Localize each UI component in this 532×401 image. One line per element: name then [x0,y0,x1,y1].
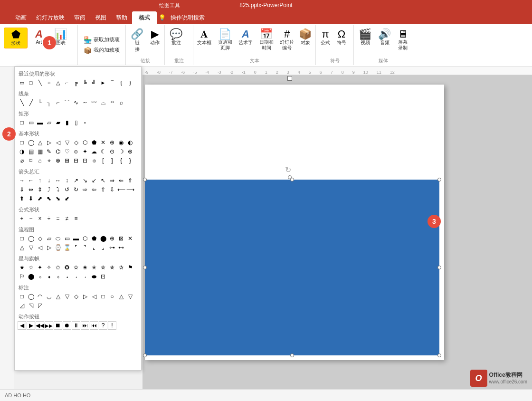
shape-item[interactable]: ☺ [72,147,80,156]
shape-item[interactable]: ≠ [63,214,71,223]
shape-item[interactable]: ▭ [27,118,35,127]
shape-item[interactable]: ◯ [27,234,35,243]
shape-item[interactable]: ↔ [54,176,62,185]
shape-item[interactable]: ⌞ [90,243,98,252]
shape-item[interactable]: ⌕ [117,98,125,107]
shape-item[interactable]: ⏭ [81,321,89,330]
shape-item[interactable]: 〰 [90,98,98,107]
btn-get-addin[interactable]: 🏪 获取加载项 [82,35,122,45]
shape-item[interactable]: ↘ [81,176,89,185]
btn-formula[interactable]: π 公式 [318,28,333,48]
shape-item[interactable]: ↗ [72,176,80,185]
shape-item[interactable]: − [27,214,35,223]
shape-item[interactable]: = [54,214,62,223]
shape-item[interactable]: ▬ [36,118,44,127]
blue-rectangle-shape[interactable] [145,180,439,355]
shape-item[interactable]: ◁ [54,138,62,147]
shape-item[interactable]: ✰ [117,263,125,272]
shape-item[interactable]: { [117,78,125,87]
shape-item[interactable]: ✕ [126,234,134,243]
shape-item[interactable]: ⬬ [90,272,98,281]
shape-item[interactable]: ⬊ [54,194,62,203]
shape-item[interactable]: ◉ [117,138,125,147]
shape-item[interactable]: □ [99,292,107,301]
shape-item[interactable]: ▤ [27,147,35,156]
shape-item[interactable]: ┐ [45,98,53,107]
shape-item[interactable]: ⌔ [108,98,116,107]
shape-item[interactable]: ⊕ [108,234,116,243]
shape-item[interactable]: ⬇ [27,194,35,203]
shape-item[interactable]: ✧ [45,263,53,272]
shape-item[interactable]: ▽ [126,292,134,301]
btn-datetime[interactable]: 📅 日期和时间 [256,28,277,52]
shape-item[interactable]: ⬫ [81,272,89,281]
shape-item[interactable]: ★ [18,263,26,272]
shape-item[interactable]: ⊞ [63,156,71,165]
shape-item[interactable]: ✬ [81,263,89,272]
shape-item[interactable]: ☾ [99,147,107,156]
shape-item[interactable]: ✭ [90,263,98,272]
shape-item[interactable]: ⌐ [63,78,71,87]
shape-item[interactable]: ↕ [63,176,71,185]
shape-item[interactable]: ✕ [99,138,107,147]
shape-item[interactable]: ⇕ [36,185,44,194]
shape-item[interactable]: ⇓ [18,185,26,194]
shape-item[interactable]: ◠ [36,292,44,301]
btn-header[interactable]: 📄 页眉和页脚 [214,28,236,52]
shape-item[interactable]: ⊕ [108,138,116,147]
shape-item[interactable]: ⬡ [81,234,89,243]
shape-item[interactable]: ⬭ [54,234,62,243]
shape-item[interactable]: ▷ [45,243,53,252]
handle-mid-left[interactable] [143,266,147,269]
shape-item[interactable]: ⌚ [54,243,62,252]
shape-item[interactable]: ╝ [90,78,98,87]
shape-item[interactable]: ⇨ [81,185,89,194]
shape-item[interactable]: ⤴ [45,185,53,194]
shape-item[interactable]: ✯ [108,263,116,272]
handle-top-left[interactable] [143,178,147,181]
tab-review[interactable]: 审阅 [69,11,90,24]
shape-item[interactable]: ▶ [27,321,35,330]
shape-item[interactable]: ▬ [72,234,80,243]
shape-item[interactable]: ✪ [63,263,71,272]
shape-item[interactable]: → [18,176,26,185]
shape-item[interactable]: ↓ [45,176,53,185]
tab-help[interactable]: 帮助 [111,11,132,24]
shape-item[interactable]: ⬧ [45,272,53,281]
shape-item[interactable]: ► [99,78,107,87]
shape-item[interactable]: ⇩ [108,185,116,194]
btn-object[interactable]: 📦 对象 [297,28,314,48]
handle-mid-right[interactable] [437,266,441,269]
shape-item[interactable]: ⊡ [81,156,89,165]
shape-item[interactable]: └ [36,98,44,107]
shape-item[interactable]: ⇒ [108,176,116,185]
shape-item[interactable]: ⬈ [36,194,44,203]
shape-item[interactable]: × [36,214,44,223]
shape-item[interactable]: ◿ [18,301,26,310]
shape-item[interactable]: ◐ [126,138,134,147]
shape-item[interactable]: ◀◀ [36,321,44,330]
shape-item[interactable]: ← [27,176,35,185]
shape-item[interactable]: ◯ [27,138,35,147]
shape-item[interactable]: ✫ [72,263,80,272]
shape-item[interactable]: ╚ [81,78,89,87]
btn-shapes[interactable]: ⬟ 形状 [4,28,28,48]
shape-item[interactable]: ⬤ [99,234,107,243]
shape-item[interactable]: △ [54,78,62,87]
shape-item[interactable]: ⇐ [117,176,125,185]
shape-item[interactable]: ▽ [63,138,71,147]
shape-item[interactable]: ✩ [54,263,62,272]
shape-item[interactable]: ⌓ [99,98,107,107]
btn-video[interactable]: 🎬 视频 [356,28,374,48]
shape-item[interactable]: ▰ [54,118,62,127]
shape-item[interactable]: ⟵ [117,185,125,194]
shape-item[interactable]: ○ [108,292,116,301]
shape-item[interactable]: □ [18,292,26,301]
shape-item[interactable]: ↖ [99,176,107,185]
shape-item[interactable]: ◯ [27,292,35,301]
shape-item[interactable]: ⌀ [18,156,26,165]
shape-item[interactable]: ↑ [36,176,44,185]
shape-item[interactable]: ⊶ [108,243,116,252]
btn-screen[interactable]: 🖥 屏幕录制 [395,28,411,52]
shape-item[interactable]: □ [18,234,26,243]
